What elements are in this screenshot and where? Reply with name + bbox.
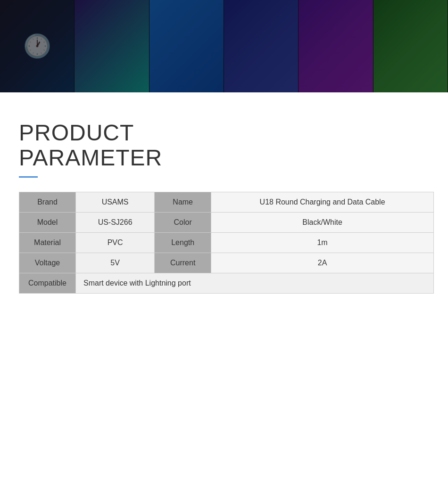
value-length: 1m <box>211 232 434 253</box>
label-name: Name <box>155 192 211 212</box>
value-material: PVC <box>76 232 155 253</box>
label-compatible: Compatible <box>19 273 76 293</box>
label-length: Length <box>155 232 211 253</box>
hero-thumb-6 <box>373 0 448 92</box>
heading-underline <box>19 176 38 178</box>
params-table: Brand USAMS Name U18 Round Charging and … <box>19 192 434 294</box>
label-material: Material <box>19 232 76 253</box>
hero-thumb-1 <box>0 0 75 92</box>
label-current: Current <box>155 253 211 273</box>
hero-thumbnails <box>0 0 448 92</box>
label-brand: Brand <box>19 192 76 212</box>
table-row: Brand USAMS Name U18 Round Charging and … <box>19 192 434 212</box>
value-model: US-SJ266 <box>76 212 155 232</box>
label-voltage: Voltage <box>19 253 76 273</box>
title-line2: PARAMETER <box>19 145 162 170</box>
table-row: Material PVC Length 1m <box>19 232 434 253</box>
value-voltage: 5V <box>76 253 155 273</box>
table-row-compatible: Compatible Smart device with Lightning p… <box>19 273 434 293</box>
hero-banner <box>0 0 448 92</box>
value-color: Black/White <box>211 212 434 232</box>
title-line1: PRODUCT <box>19 120 134 145</box>
hero-thumb-5 <box>299 0 373 92</box>
value-compatible: Smart device with Lightning port <box>76 273 434 293</box>
hero-thumb-4 <box>224 0 299 92</box>
table-row: Voltage 5V Current 2A <box>19 253 434 273</box>
label-color: Color <box>155 212 211 232</box>
section-heading: PRODUCT PARAMETER <box>19 121 429 178</box>
main-content: PRODUCT PARAMETER Brand USAMS Name U18 R… <box>0 92 448 331</box>
value-name: U18 Round Charging and Data Cable <box>211 192 434 212</box>
value-current: 2A <box>211 253 434 273</box>
section-title: PRODUCT PARAMETER <box>19 121 429 171</box>
hero-thumb-3 <box>149 0 224 92</box>
value-brand: USAMS <box>76 192 155 212</box>
hero-thumb-2 <box>75 0 149 92</box>
table-row: Model US-SJ266 Color Black/White <box>19 212 434 232</box>
label-model: Model <box>19 212 76 232</box>
